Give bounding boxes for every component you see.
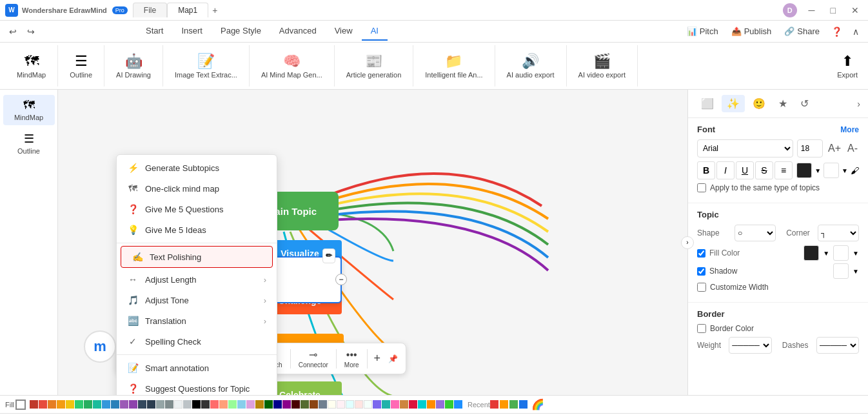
color-swatch-48[interactable] — [454, 400, 462, 409]
ribbon-tab-advanced[interactable]: Advanced — [270, 22, 326, 41]
image-text-button[interactable]: 📝 Image Text Extrac... — [170, 50, 242, 81]
sidebar-item-mindmap[interactable]: 🗺 MindMap — [3, 95, 55, 125]
color-swatch-41[interactable] — [391, 400, 399, 409]
minimize-button[interactable]: ─ — [805, 4, 819, 17]
ai-audio-button[interactable]: 🔊 AI audio export — [502, 50, 560, 81]
menu-adjust-tone[interactable]: 🎵 Adjust Tone › — [117, 290, 277, 310]
tab-map1[interactable]: Map1 — [167, 3, 208, 17]
color-swatch-33[interactable] — [319, 400, 327, 409]
intelligent-file-button[interactable]: 📁 Intelligent file An... — [420, 50, 488, 81]
recent-color-4[interactable] — [519, 400, 528, 409]
ribbon-tab-pagestyle[interactable]: Page Style — [212, 22, 270, 41]
color-wheel-button[interactable]: 🌈 — [531, 398, 544, 410]
align-button[interactable]: ≡ — [774, 161, 793, 179]
menu-spelling-check[interactable]: ✓ Spelling Check — [117, 331, 277, 352]
font-size-input[interactable] — [797, 139, 823, 157]
border-color-checkbox[interactable] — [697, 324, 706, 333]
color-swatch-28[interactable] — [273, 400, 282, 409]
color-swatch-38[interactable] — [364, 400, 372, 409]
text-color-dropdown[interactable]: ▼ — [814, 167, 821, 174]
shadow-checkbox[interactable] — [697, 267, 705, 276]
color-swatch-29[interactable] — [282, 400, 291, 409]
undo-button[interactable]: ↩ — [5, 25, 21, 39]
fill-color-swatch[interactable] — [804, 245, 819, 261]
customize-width-checkbox[interactable] — [697, 283, 706, 292]
menu-give-me-5-questions[interactable]: ❓ Give Me 5 Questions — [117, 199, 277, 219]
brush-icon[interactable]: 🖌 — [851, 166, 859, 176]
ribbon-tab-view[interactable]: View — [326, 22, 362, 41]
color-swatch-30[interactable] — [291, 400, 300, 409]
ai-drawing-button[interactable]: 🤖 AI Drawing — [111, 50, 156, 81]
color-swatch-1[interactable] — [30, 400, 38, 409]
panel-tab-more[interactable]: ↺ — [795, 95, 814, 112]
color-swatch-8[interactable] — [93, 400, 101, 409]
fill-swatch[interactable] — [15, 400, 26, 410]
canvas-area[interactable]: Main Topic Visualize Challenge Affirmati… — [58, 90, 687, 395]
color-swatch-4[interactable] — [57, 400, 65, 409]
panel-tab-emoji[interactable]: 🙂 — [747, 95, 771, 112]
menu-one-click-mindmap[interactable]: 🗺 One-click mind map — [117, 178, 277, 199]
panel-tab-ai[interactable]: ✨ — [722, 95, 745, 112]
float-add-button[interactable]: + — [370, 350, 385, 367]
color-swatch-32[interactable] — [310, 400, 318, 409]
color-swatch-22[interactable] — [219, 400, 228, 409]
fill-color-swatch2[interactable] — [833, 245, 849, 261]
color-swatch-45[interactable] — [427, 400, 435, 409]
italic-button[interactable]: I — [716, 161, 735, 179]
mindmap-button[interactable]: 🗺 MindMap — [12, 50, 51, 81]
menu-translation[interactable]: 🔤 Translation › — [117, 310, 277, 331]
ribbon-tab-start[interactable]: Start — [137, 22, 172, 41]
collapse-icon[interactable]: − — [335, 274, 347, 285]
menu-suggest-questions[interactable]: ❓ Suggest Questions for Topic — [117, 378, 277, 395]
color-swatch-20[interactable] — [201, 400, 210, 409]
bold-button[interactable]: B — [697, 161, 715, 179]
panel-tab-shape[interactable]: ⬜ — [696, 95, 719, 112]
recent-color-2[interactable] — [500, 400, 508, 409]
menu-give-me-5-ideas[interactable]: 💡 Give Me 5 Ideas — [117, 219, 277, 240]
panel-collapse-right[interactable]: › — [857, 99, 860, 109]
share-button[interactable]: 🔗 Share — [779, 24, 825, 39]
color-swatch-26[interactable] — [255, 400, 264, 409]
strikethrough-button[interactable]: S — [755, 161, 773, 179]
color-swatch-39[interactable] — [373, 400, 381, 409]
menu-generate-subtopics[interactable]: ⚡ Generate Subtopics — [117, 157, 277, 178]
menu-text-polishing[interactable]: ✍ Text Polishing — [121, 246, 273, 268]
export-button[interactable]: ⬆ Export — [832, 50, 863, 81]
color-swatch-37[interactable] — [355, 400, 363, 409]
shadow-color-swatch[interactable] — [833, 263, 849, 279]
help-button[interactable]: ❓ — [827, 25, 846, 39]
font-family-select[interactable]: Arial Times New Roman Calibri — [697, 139, 793, 157]
maximize-button[interactable]: □ — [827, 4, 840, 17]
color-swatch-11[interactable] — [120, 400, 128, 409]
highlight-color-swatch[interactable] — [824, 163, 839, 178]
color-swatch-43[interactable] — [409, 400, 417, 409]
color-swatch-2[interactable] — [39, 400, 47, 409]
publish-button[interactable]: 📤 Publish — [726, 24, 777, 39]
close-button[interactable]: ✕ — [847, 4, 863, 17]
new-tab-button[interactable]: + — [208, 4, 221, 17]
article-gen-button[interactable]: 📰 Article generation — [341, 50, 407, 81]
corner-select[interactable]: ┐ ⌐ — [818, 225, 859, 241]
highlight-color-dropdown[interactable]: ▼ — [842, 167, 848, 174]
color-swatch-19[interactable] — [192, 400, 201, 409]
color-swatch-13[interactable] — [138, 400, 146, 409]
ribbon-tab-ai[interactable]: AI — [362, 22, 388, 41]
color-swatch-44[interactable] — [418, 400, 426, 409]
color-swatch-12[interactable] — [129, 400, 137, 409]
color-swatch-9[interactable] — [102, 400, 110, 409]
dashes-select[interactable]: ───── - - - — [816, 337, 859, 354]
color-swatch-42[interactable] — [400, 400, 408, 409]
recent-color-1[interactable] — [490, 400, 498, 409]
pitch-button[interactable]: 📊 Pitch — [682, 24, 724, 39]
fill-color-dropdown2[interactable]: ▼ — [853, 250, 859, 257]
fill-color-dropdown[interactable]: ▼ — [823, 250, 829, 257]
color-swatch-36[interactable] — [346, 400, 354, 409]
recent-color-3[interactable] — [509, 400, 518, 409]
color-swatch-10[interactable] — [111, 400, 119, 409]
color-swatch-40[interactable] — [382, 400, 390, 409]
color-swatch-25[interactable] — [246, 400, 255, 409]
shadow-dropdown[interactable]: ▼ — [853, 268, 859, 275]
outline-button[interactable]: ☰ Outline — [64, 50, 97, 81]
redo-button[interactable]: ↪ — [23, 25, 39, 39]
color-swatch-14[interactable] — [147, 400, 155, 409]
